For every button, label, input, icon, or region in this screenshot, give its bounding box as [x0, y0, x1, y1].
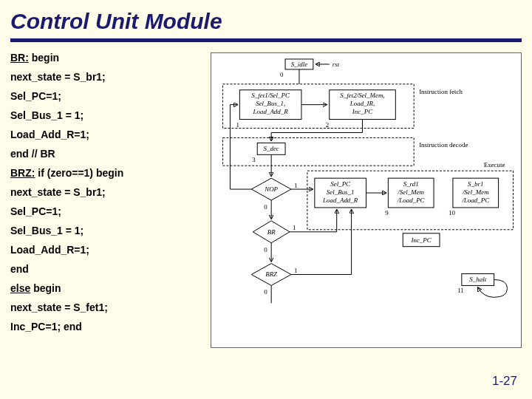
kw-else: else — [10, 282, 30, 294]
s-halt-num: 11 — [457, 287, 464, 294]
diagram-svg: S_idle 0 rst Instruction fetch S_fet1/Se… — [211, 53, 521, 347]
exec-a-l2: Sel_Bus_1 — [327, 188, 355, 196]
s-fet2-l3: Inc_PC — [352, 108, 373, 115]
s-fet2-num: 2 — [326, 121, 329, 129]
s-idle-label: S_idle — [291, 61, 307, 68]
one-label-3: 1 — [294, 267, 297, 274]
code-line: else begin — [10, 283, 206, 293]
nop-label: NOP — [264, 185, 278, 193]
s-br1-num: 10 — [449, 209, 455, 216]
exec-a-l1: Sel_PC — [330, 180, 351, 188]
slide-number: 1-27 — [492, 374, 517, 389]
rst-label: rst — [332, 61, 340, 68]
content-area: BR: begin next_state = S_br1; Sel_PC=1; … — [0, 52, 532, 348]
s-rd1-l1: S_rd1 — [403, 180, 419, 188]
instr-decode-label: Instruction decode — [419, 141, 468, 149]
s-rd1-num: 9 — [385, 209, 389, 216]
s-idle-num: 0 — [280, 71, 284, 78]
s-br1-l3: /Load_PC — [461, 197, 490, 204]
code-line: BR: begin — [10, 52, 206, 63]
svg-rect-7 — [222, 137, 414, 166]
code-line: Load_Add_R=1; — [10, 245, 206, 255]
one-label: 1 — [294, 182, 297, 189]
code-line: end — [10, 264, 206, 274]
s-fet2-l1: S_fet2/Sel_Mem, — [340, 92, 384, 99]
s-rd1-l3: /Load_PC — [397, 197, 426, 204]
state-diagram: S_idle 0 rst Instruction fetch S_fet1/Se… — [211, 52, 522, 348]
s-fet1-l2: Sel_Bus_1, — [256, 100, 285, 107]
zero-label-2: 0 — [264, 246, 267, 253]
s-halt-label: S_halt — [469, 276, 486, 283]
kw-br: BR: — [10, 52, 29, 64]
execute-label: Execute — [484, 161, 505, 168]
s-br1-l1: S_br1 — [468, 180, 483, 188]
s-br1-l2: /Sel_Mem — [462, 188, 489, 196]
one-label-2: 1 — [293, 224, 296, 231]
code-line: next_state = S_fet1; — [10, 302, 206, 313]
exec-a-l3: Load_Add_R — [322, 197, 358, 204]
code-line: Load_Add_R=1; — [10, 129, 206, 140]
code-line: BRZ: if (zero==1) begin — [10, 168, 206, 178]
instr-fetch-label: Instruction fetch — [419, 88, 463, 95]
slide-title: Control Unit Module — [0, 0, 532, 38]
code-line: Sel_Bus_1 = 1; — [10, 110, 206, 120]
code-line: end // BR — [10, 149, 206, 159]
s-fet1-num: 1 — [236, 121, 239, 129]
code-line: next_state = S_br1; — [10, 72, 206, 82]
code-line: next_state = S_br1; — [10, 187, 206, 197]
s-rd1-l2: /Sel_Mem — [397, 188, 424, 196]
brz-label: BRZ — [265, 270, 278, 278]
s-dec-label: S_dec — [263, 145, 279, 152]
title-rule — [10, 38, 522, 42]
zero-label: 0 — [264, 203, 267, 211]
br-label: BR — [267, 228, 276, 236]
code-line: Inc_PC=1; end — [10, 321, 206, 332]
code-line: Sel_Bus_1 = 1; — [10, 225, 206, 236]
code-line: Sel_PC=1; — [10, 206, 206, 216]
zero-label-3: 0 — [264, 288, 267, 296]
s-dec-num: 3 — [252, 156, 256, 163]
kw-brz: BRZ: — [10, 167, 35, 179]
inc-pc-label: Inc_PC — [410, 236, 432, 244]
s-fet2-l2: Load_IR, — [349, 100, 375, 107]
s-fet1-l3: Load_Add_R — [253, 108, 289, 115]
code-block: BR: begin next_state = S_br1; Sel_PC=1; … — [10, 52, 206, 348]
s-fet1-l1: S_fet1/Sel_PC — [251, 92, 290, 99]
code-line: Sel_PC=1; — [10, 91, 206, 101]
